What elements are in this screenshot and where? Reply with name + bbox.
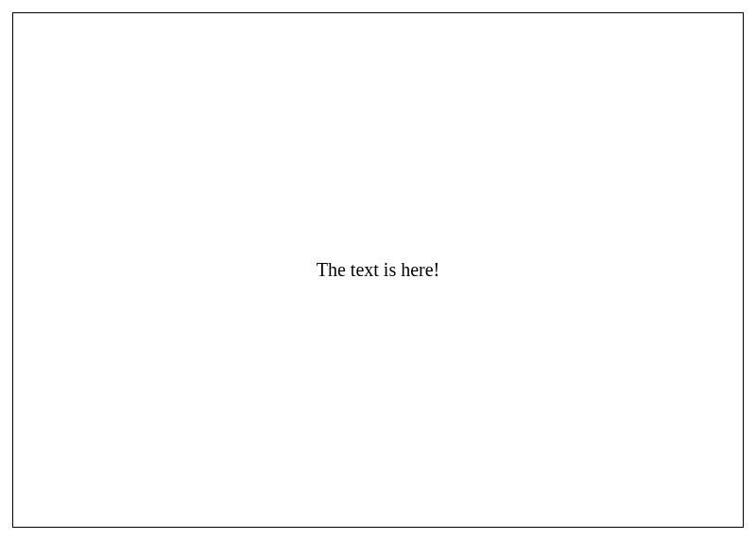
- bordered-container: The text is here!: [12, 12, 744, 528]
- center-text: The text is here!: [317, 259, 440, 281]
